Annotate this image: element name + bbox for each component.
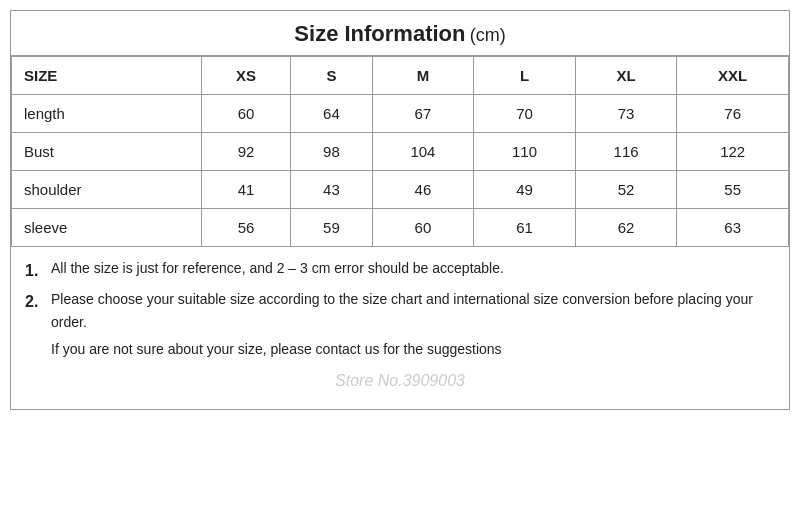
note-text-2: If you are not sure about your size, ple… xyxy=(51,338,502,361)
size-table: SIZEXSSMLXLXXLlength606467707376Bust9298… xyxy=(11,56,789,247)
note-item-1: 2.Please choose your suitable size accor… xyxy=(25,288,775,334)
col-header-size: SIZE xyxy=(12,57,202,95)
cell-bust-M: 104 xyxy=(372,133,474,171)
cell-sleeve-XS: 56 xyxy=(201,209,290,247)
cell-shoulder-M: 46 xyxy=(372,171,474,209)
cell-sleeve-XL: 62 xyxy=(575,209,677,247)
col-header-m: M xyxy=(372,57,474,95)
note-number-0: 1. xyxy=(25,257,47,284)
table-row: sleeve565960616263 xyxy=(12,209,789,247)
col-header-xl: XL xyxy=(575,57,677,95)
cell-sleeve-L: 61 xyxy=(474,209,576,247)
cell-shoulder-L: 49 xyxy=(474,171,576,209)
col-header-s: S xyxy=(291,57,372,95)
title-main: Size Information xyxy=(294,21,465,46)
cell-bust-XL: 116 xyxy=(575,133,677,171)
cell-bust-XXL: 122 xyxy=(677,133,789,171)
table-row: length606467707376 xyxy=(12,95,789,133)
notes-section: 1.All the size is just for reference, an… xyxy=(11,247,789,409)
note-text-0: All the size is just for reference, and … xyxy=(51,257,504,280)
col-header-xs: XS xyxy=(201,57,290,95)
size-chart-container: Size Information (cm) SIZEXSSMLXLXXLleng… xyxy=(10,10,790,410)
note-text-1: Please choose your suitable size accordi… xyxy=(51,288,775,334)
title-row: Size Information (cm) xyxy=(11,11,789,56)
col-header-xxl: XXL xyxy=(677,57,789,95)
title-unit: (cm) xyxy=(470,25,506,45)
note-item-2: If you are not sure about your size, ple… xyxy=(25,338,775,361)
cell-bust-S: 98 xyxy=(291,133,372,171)
row-label-bust: Bust xyxy=(12,133,202,171)
cell-length-S: 64 xyxy=(291,95,372,133)
table-row: shoulder414346495255 xyxy=(12,171,789,209)
cell-sleeve-S: 59 xyxy=(291,209,372,247)
note-number-1: 2. xyxy=(25,288,47,315)
cell-length-XS: 60 xyxy=(201,95,290,133)
cell-length-XL: 73 xyxy=(575,95,677,133)
cell-shoulder-XS: 41 xyxy=(201,171,290,209)
row-label-length: length xyxy=(12,95,202,133)
cell-shoulder-XXL: 55 xyxy=(677,171,789,209)
cell-bust-XS: 92 xyxy=(201,133,290,171)
cell-shoulder-XL: 52 xyxy=(575,171,677,209)
cell-bust-L: 110 xyxy=(474,133,576,171)
col-header-l: L xyxy=(474,57,576,95)
row-label-shoulder: shoulder xyxy=(12,171,202,209)
cell-length-M: 67 xyxy=(372,95,474,133)
row-label-sleeve: sleeve xyxy=(12,209,202,247)
cell-shoulder-S: 43 xyxy=(291,171,372,209)
cell-sleeve-M: 60 xyxy=(372,209,474,247)
cell-length-L: 70 xyxy=(474,95,576,133)
note-item-0: 1.All the size is just for reference, an… xyxy=(25,257,775,284)
cell-sleeve-XXL: 63 xyxy=(677,209,789,247)
cell-length-XXL: 76 xyxy=(677,95,789,133)
watermark: Store No.3909003 xyxy=(25,365,775,400)
table-row: Bust9298104110116122 xyxy=(12,133,789,171)
